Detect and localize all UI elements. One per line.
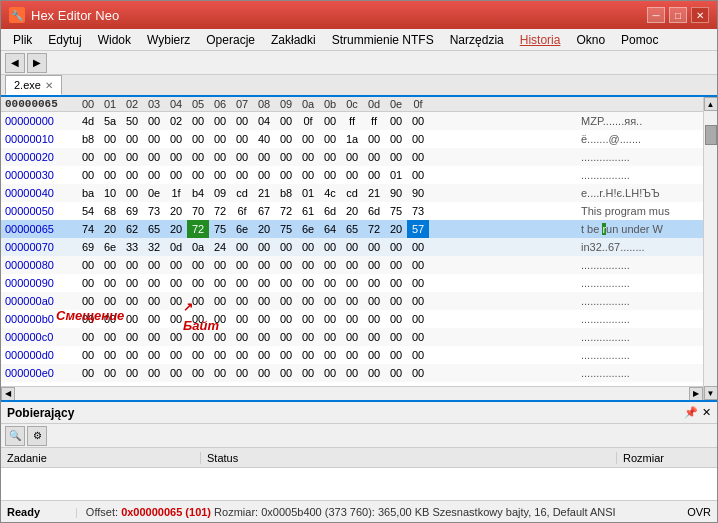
hex-main: 00000065 00 01 02 03 04 05 06 07 08 09 0…: [1, 97, 703, 400]
menu-operacje[interactable]: Operacje: [198, 31, 263, 49]
panel-title: Pobierający: [7, 406, 74, 420]
menu-zakladki[interactable]: Zakładki: [263, 31, 324, 49]
table-row[interactable]: 00000040 ba10000e1fb409cd21b8014ccd21909…: [1, 184, 703, 202]
table-row[interactable]: 000000b0 0000000000000000000000000000000…: [1, 310, 703, 328]
main-window: 🔧 Hex Editor Neo ─ □ ✕ Plik Edytuj Widok…: [0, 0, 718, 523]
menu-narzedzia[interactable]: Narzędzia: [442, 31, 512, 49]
row-offset: 00000070: [1, 238, 73, 256]
col-02: 02: [121, 98, 143, 110]
scroll-track[interactable]: [15, 387, 689, 400]
scroll-down-button[interactable]: ▼: [704, 386, 718, 400]
table-row[interactable]: 000000c0 0000000000000000000000000000000…: [1, 328, 703, 346]
row-bytes: 00000000000000000000000000000000: [73, 274, 573, 292]
status-extra: Rozmiar: 0x0005b400 (373 760): 365,00 KB…: [214, 506, 616, 518]
forward-button[interactable]: ▶: [27, 53, 47, 73]
col-0b: 0b: [319, 98, 341, 110]
tab-2exe[interactable]: 2.exe ✕: [5, 75, 62, 95]
menu-pomoc[interactable]: Pomoc: [613, 31, 666, 49]
col-03: 03: [143, 98, 165, 110]
menu-strumienie[interactable]: Strummienie NTFS: [324, 31, 442, 49]
status-bar: Ready | Offset: 0x00000065 (101) Rozmiar…: [1, 500, 717, 522]
row-bytes: 00000000000000000000000000000000: [73, 310, 573, 328]
menu-edytuj[interactable]: Edytuj: [40, 31, 89, 49]
table-row[interactable]: 000000a0 0000000000000000000000000000000…: [1, 292, 703, 310]
menu-bar: Plik Edytuj Widok Wybierz Operacje Zakła…: [1, 29, 717, 51]
hex-rows[interactable]: Смещение ↗ Байт 00000000 4d5a50000200000…: [1, 112, 703, 386]
row-bytes: 00000000000000000000000000000000: [73, 382, 573, 386]
tab-close-icon[interactable]: ✕: [45, 80, 53, 91]
row-ascii: ................: [573, 364, 703, 382]
row-offset: 00000010: [1, 130, 73, 148]
row-bytes: 00000000000000000000000000000000: [73, 364, 573, 382]
table-row[interactable]: 00000050 546869732070726f6772616d206d757…: [1, 202, 703, 220]
table-row[interactable]: 00000080 0000000000000000000000000000000…: [1, 256, 703, 274]
scroll-right-button[interactable]: ▶: [689, 387, 703, 401]
table-row[interactable]: 000000f0 0000000000000000000000000000000…: [1, 382, 703, 386]
row-ascii: ................: [573, 310, 703, 328]
table-row[interactable]: 00000090 0000000000000000000000000000000…: [1, 274, 703, 292]
row-offset: 00000040: [1, 184, 73, 202]
close-panel-icon[interactable]: ✕: [702, 406, 711, 419]
scroll-thumb[interactable]: [705, 125, 717, 145]
title-bar: 🔧 Hex Editor Neo ─ □ ✕: [1, 1, 717, 29]
table-row[interactable]: 00000010 b800000000000000400000001a00000…: [1, 130, 703, 148]
row-ascii: ................: [573, 328, 703, 346]
row-bytes: 00000000000000000000000000000000: [73, 328, 573, 346]
row-ascii: ................: [573, 166, 703, 184]
row-bytes: 546869732070726f6772616d206d7573: [73, 202, 573, 220]
tab-label: 2.exe: [14, 79, 41, 91]
col-0d: 0d: [363, 98, 385, 110]
minimize-button[interactable]: ─: [647, 7, 665, 23]
close-button[interactable]: ✕: [691, 7, 709, 23]
menu-widok[interactable]: Widok: [90, 31, 139, 49]
row-bytes: 4d5a50000200000004000f00ffff0000: [73, 112, 573, 130]
row-offset: 00000020: [1, 148, 73, 166]
row-bytes: 696e33320d0a24000000000000000000: [73, 238, 573, 256]
table-row[interactable]: 000000d0 0000000000000000000000000000000…: [1, 346, 703, 364]
row-offset: 000000b0: [1, 310, 73, 328]
col-05: 05: [187, 98, 209, 110]
table-row[interactable]: 00000065 742062652072756e20756e646572205…: [1, 220, 703, 238]
row-bytes: 00000000000000000000000000000000: [73, 292, 573, 310]
hex-view-container: 00000065 00 01 02 03 04 05 06 07 08 09 0…: [1, 97, 717, 400]
table-row[interactable]: 00000020 0000000000000000000000000000000…: [1, 148, 703, 166]
row-ascii: ................: [573, 346, 703, 364]
table-row[interactable]: 000000e0 0000000000000000000000000000000…: [1, 364, 703, 382]
col-07: 07: [231, 98, 253, 110]
panel-toolbar: 🔍 ⚙: [1, 424, 717, 448]
row-offset: 00000090: [1, 274, 73, 292]
col-04: 04: [165, 98, 187, 110]
window-title: Hex Editor Neo: [31, 8, 119, 23]
back-button[interactable]: ◀: [5, 53, 25, 73]
row-ascii: in32..67........: [573, 238, 703, 256]
scroll-up-button[interactable]: ▲: [704, 97, 718, 111]
vertical-scrollbar[interactable]: ▲ ▼: [703, 97, 717, 400]
row-ascii: ё.......@.......: [573, 130, 703, 148]
status-info: Offset: 0x00000065 (101) Rozmiar: 0x0005…: [86, 506, 679, 518]
row-ascii: ................: [573, 148, 703, 166]
col-06: 06: [209, 98, 231, 110]
menu-historia[interactable]: Historia: [512, 31, 569, 49]
row-ascii: ................: [573, 274, 703, 292]
row-offset: 00000080: [1, 256, 73, 274]
row-offset: 000000a0: [1, 292, 73, 310]
row-bytes: 00000000000000000000000000000000: [73, 256, 573, 274]
row-ascii: This program mus: [573, 202, 703, 220]
hex-header: 00000065 00 01 02 03 04 05 06 07 08 09 0…: [1, 97, 703, 112]
pin-icon[interactable]: 📌: [684, 406, 698, 419]
table-row[interactable]: 00000030 0000000000000000000000000000010…: [1, 166, 703, 184]
row-ascii: ................: [573, 292, 703, 310]
panel-search-button[interactable]: 🔍: [5, 426, 25, 446]
menu-okno[interactable]: Okno: [568, 31, 613, 49]
col-header-rozmiar: Rozmiar: [617, 452, 717, 464]
panel-settings-button[interactable]: ⚙: [27, 426, 47, 446]
row-offset: 00000050: [1, 202, 73, 220]
table-row[interactable]: 00000070 696e33320d0a2400000000000000000…: [1, 238, 703, 256]
menu-plik[interactable]: Plik: [5, 31, 40, 49]
maximize-button[interactable]: □: [669, 7, 687, 23]
scroll-left-button[interactable]: ◀: [1, 387, 15, 401]
panel-content: [1, 468, 717, 500]
horizontal-scrollbar[interactable]: ◀ ▶: [1, 386, 703, 400]
menu-wybierz[interactable]: Wybierz: [139, 31, 198, 49]
table-row[interactable]: 00000000 4d5a50000200000004000f00ffff000…: [1, 112, 703, 130]
